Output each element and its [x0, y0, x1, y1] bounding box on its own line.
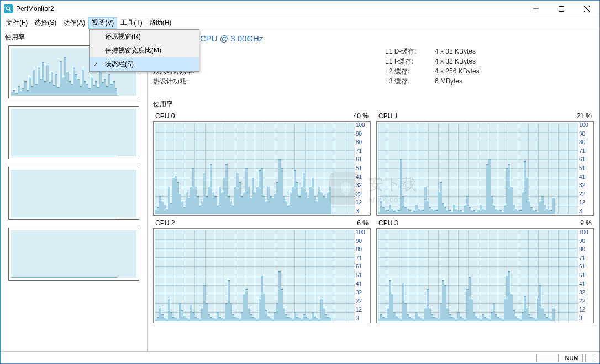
ytick: 12 [356, 307, 369, 313]
dropdown-label: 保持视窗宽度比(M) [105, 46, 161, 55]
sidebar: 使用率 [1, 29, 148, 351]
cpu-chart-name: CPU 2 [155, 219, 175, 227]
ytick: 51 [579, 273, 592, 278]
cpu-name: TM) i5-7400 CPU @ 3.00GHz [153, 34, 594, 43]
ytick: 22 [356, 299, 369, 304]
dropdown-item-2[interactable]: ✓状态栏(S) [90, 57, 199, 71]
ytick: 100 [356, 230, 369, 235]
cache-key: L2 缓存: [385, 66, 435, 76]
check-icon: ✓ [93, 61, 98, 68]
ytick: 41 [579, 282, 592, 287]
ytick: 71 [579, 256, 592, 261]
ytick: 51 [356, 273, 369, 278]
ytick: 51 [579, 166, 592, 171]
view-menu-dropdown: 还原视窗(R)保持视窗宽度比(M)✓状态栏(S) [89, 29, 199, 72]
ytick: 100 [579, 230, 592, 235]
ytick: 22 [356, 192, 369, 197]
cpu-chart-0: CPU 040 %1009080716151413222123 [153, 111, 371, 216]
dropdown-item-0[interactable]: 还原视窗(R) [90, 30, 199, 44]
ytick: 41 [356, 282, 369, 287]
menu-3[interactable]: 视图(V) [88, 17, 117, 29]
dropdown-label: 还原视窗(R) [105, 32, 141, 41]
svg-point-0 [6, 7, 9, 10]
close-button[interactable] [574, 1, 599, 17]
ytick: 71 [356, 149, 369, 154]
ytick: 51 [356, 166, 369, 171]
ytick: 90 [579, 239, 592, 244]
cpu-chart-pct: 40 % [354, 112, 369, 120]
ytick: 80 [356, 247, 369, 252]
svg-line-1 [9, 9, 11, 11]
ytick: 90 [579, 131, 592, 137]
ytick: 90 [356, 131, 369, 137]
ytick: 41 [579, 175, 592, 180]
ytick: 12 [579, 307, 592, 313]
cpu-chart-name: CPU 1 [378, 112, 398, 120]
cache-key: L3 缓存: [385, 76, 435, 86]
statusbar: NUM [1, 351, 599, 363]
menu-4[interactable]: 工具(T) [117, 17, 145, 29]
cache-val: 6 MBytes [435, 76, 462, 86]
cpu-chart-1: CPU 121 %1009080716151413222123 [376, 111, 594, 216]
ytick: 90 [356, 239, 369, 244]
ytick: 100 [356, 123, 369, 128]
menu-2[interactable]: 动作(A) [60, 17, 88, 29]
cpu-chart-2: CPU 26 %1009080716151413222123 [153, 218, 371, 323]
cpu-chart-name: CPU 0 [155, 112, 175, 120]
tdp-label: 热设计功耗: [153, 76, 203, 86]
minimize-button[interactable] [523, 1, 549, 17]
ytick: 61 [579, 157, 592, 162]
ytick: 41 [356, 175, 369, 180]
menu-0[interactable]: 文件(F) [3, 17, 31, 29]
ytick: 80 [579, 247, 592, 252]
cache-val: 4 x 32 KBytes [435, 46, 476, 56]
app-icon [4, 4, 13, 13]
ytick: 100 [579, 123, 592, 128]
ytick: 12 [356, 200, 369, 205]
cpu-chart-pct: 9 % [580, 219, 592, 227]
cpu-chart-3: CPU 39 %1009080716151413222123 [376, 218, 594, 323]
ytick: 32 [579, 290, 592, 296]
main-panel: TM) i5-7400 CPU @ 3.00GHz 核心, 4 CPUs 特征:… [148, 29, 599, 351]
ytick: 71 [579, 149, 592, 154]
cpu-chart-pct: 21 % [577, 112, 592, 120]
dropdown-item-1[interactable]: 保持视窗宽度比(M) [90, 44, 199, 57]
cache-val: 4 x 32 KBytes [435, 56, 476, 66]
ytick: 32 [356, 290, 369, 296]
thumb-2[interactable] [8, 167, 139, 220]
thumb-3[interactable] [8, 228, 139, 281]
maximize-button[interactable] [549, 1, 574, 17]
ytick: 61 [579, 264, 592, 270]
thumb-1[interactable] [8, 106, 139, 159]
ytick: 22 [579, 192, 592, 197]
window-title: PerfMonitor2 [16, 5, 523, 13]
titlebar: PerfMonitor2 [1, 1, 599, 17]
ytick: 12 [579, 200, 592, 205]
ytick: 80 [356, 140, 369, 145]
ytick: 3 [356, 316, 369, 321]
ytick: 61 [356, 264, 369, 270]
menu-5[interactable]: 帮助(H) [146, 17, 175, 29]
status-cell-1 [536, 354, 559, 362]
status-num: NUM [561, 354, 583, 362]
ytick: 22 [579, 299, 592, 304]
ytick: 71 [356, 256, 369, 261]
menu-1[interactable]: 选择(S) [31, 17, 60, 29]
cache-val: 4 x 256 KBytes [435, 66, 480, 76]
cpu-cache-info: L1 D-缓存:4 x 32 KBytesL1 I-缓存:4 x 32 KByt… [385, 46, 480, 86]
usage-title: 使用率 [153, 99, 594, 109]
cache-key: L1 I-缓存: [385, 56, 435, 66]
cache-key: L1 D-缓存: [385, 46, 435, 56]
ytick: 3 [356, 209, 369, 214]
status-cell-3 [585, 354, 596, 362]
ytick: 80 [579, 140, 592, 145]
ytick: 3 [579, 209, 592, 214]
ytick: 3 [579, 316, 592, 321]
svg-rect-3 [559, 6, 564, 11]
cpu-chart-pct: 6 % [357, 219, 369, 227]
ytick: 61 [356, 157, 369, 162]
ytick: 32 [356, 183, 369, 188]
dropdown-label: 状态栏(S) [105, 60, 134, 69]
cpu-chart-name: CPU 3 [378, 219, 398, 227]
menubar: 文件(F)选择(S)动作(A)视图(V)工具(T)帮助(H) [1, 17, 599, 29]
